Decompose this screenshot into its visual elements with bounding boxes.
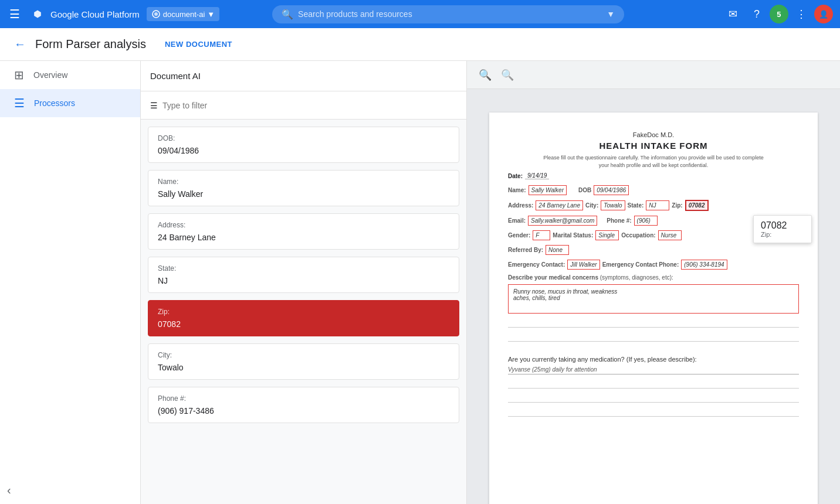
dob-label: DOB xyxy=(578,187,591,193)
mail-icon[interactable]: ✉ xyxy=(723,4,744,25)
emergency-value: Jill Walker xyxy=(567,260,599,270)
svg-point-2 xyxy=(154,12,158,16)
search-icon: 🔍 xyxy=(282,9,293,20)
sidebar-collapse-button[interactable]: ‹ xyxy=(7,483,11,497)
referred-label: Referred By: xyxy=(508,247,543,253)
city-value: Towalo xyxy=(601,200,625,210)
filter-section: ☰ xyxy=(141,91,466,120)
global-search-bar[interactable]: 🔍 ▼ xyxy=(272,5,624,23)
field-label-name: Name: xyxy=(158,178,449,186)
sidebar-item-overview[interactable]: ⊞ Overview xyxy=(0,61,140,89)
overview-icon: ⊞ xyxy=(14,68,24,82)
field-label-address: Address: xyxy=(158,221,449,229)
search-expand-icon: ▼ xyxy=(607,9,615,19)
project-selector[interactable]: document-ai ▼ xyxy=(147,7,219,21)
field-value-address: 24 Barney Lane xyxy=(158,233,449,242)
medication-question: Are you currently taking any medication?… xyxy=(508,356,799,363)
field-card-address[interactable]: Address: 24 Barney Lane xyxy=(148,213,459,250)
concerns-value: Runny nose, mucus in throat, weakness ac… xyxy=(508,284,799,314)
zoom-in-button[interactable]: 🔍 xyxy=(499,66,516,84)
zip-label: Zip: xyxy=(672,202,682,209)
user-avatar[interactable]: 👤 xyxy=(814,5,833,23)
concerns-sublabel: (symptoms, diagnoses, etc): xyxy=(600,274,673,281)
field-label-zip: Zip: xyxy=(158,308,449,316)
concerns-text: Runny nose, mucus in throat, weakness ac… xyxy=(513,288,617,301)
blank-line-5 xyxy=(508,407,799,417)
field-value-city: Towalo xyxy=(158,363,449,372)
marital-value: Single xyxy=(595,230,619,240)
filter-input[interactable] xyxy=(162,101,457,110)
concerns-section: Describe your medical concerns (symptoms… xyxy=(508,274,799,314)
referred-row: Referred By: None xyxy=(508,245,799,255)
gender-value: F xyxy=(533,230,550,240)
occupation-value: Nurse xyxy=(658,230,682,240)
name-value: Sally Walker xyxy=(529,185,567,195)
field-card-state[interactable]: State: NJ xyxy=(148,257,459,293)
date-value: 9/14/19 xyxy=(525,172,549,179)
sidebar-item-label-overview: Overview xyxy=(33,70,67,80)
email-label: Email: xyxy=(508,217,526,224)
form-subtitle: Please fill out the questionnaire carefu… xyxy=(508,154,799,169)
field-value-name: Sally Walker xyxy=(158,189,449,199)
blank-line-1 xyxy=(508,318,799,328)
sub-navigation: ← Form Parser analysis NEW DOCUMENT xyxy=(0,28,840,61)
field-card-city[interactable]: City: Towalo xyxy=(148,343,459,380)
notifications-badge[interactable]: 5 xyxy=(770,5,788,23)
occupation-label: Occupation: xyxy=(621,232,655,239)
sidebar: ⊞ Overview ☰ Processors ‹ xyxy=(0,61,141,504)
address-label: Address: xyxy=(508,202,533,209)
zoom-out-button[interactable]: 🔍 xyxy=(476,66,494,84)
name-label: Name: xyxy=(508,187,526,193)
help-icon[interactable]: ? xyxy=(746,4,767,25)
blank-line-2 xyxy=(508,332,799,342)
medication-section: Are you currently taking any medication?… xyxy=(508,356,799,417)
filter-icon: ☰ xyxy=(150,101,158,110)
city-label: City: xyxy=(585,202,598,209)
medication-answer: Vyvanse (25mg) daily for attention xyxy=(508,366,799,374)
form-title: HEALTH INTAKE FORM xyxy=(508,141,799,151)
viewer-content[interactable]: 07082 Zip: FakeDoc M.D. HEALTH INTAKE FO… xyxy=(467,89,840,504)
back-button[interactable]: ← xyxy=(14,38,26,51)
field-label-state: State: xyxy=(158,264,449,273)
gcp-logo-icon xyxy=(29,6,46,22)
project-dropdown-icon: ▼ xyxy=(207,10,215,19)
concerns-label: Describe your medical concerns (symptoms… xyxy=(508,274,799,281)
search-input[interactable] xyxy=(298,9,602,19)
emergency-row: Emergency Contact: Jill Walker Emergency… xyxy=(508,260,799,270)
address-row: Address: 24 Barney Lane City: Towalo Sta… xyxy=(508,200,799,211)
viewer-toolbar: 🔍 🔍 xyxy=(467,61,840,89)
main-layout: Document AI ☰ DOB: 09/04/1986 Name: Sall… xyxy=(141,61,840,504)
new-document-button[interactable]: NEW DOCUMENT xyxy=(165,40,232,49)
field-value-zip: 07082 xyxy=(158,319,449,329)
blank-line-4 xyxy=(508,393,799,403)
top-navigation: ☰ Google Cloud Platform document-ai ▼ 🔍 … xyxy=(0,0,840,28)
field-label-city: City: xyxy=(158,351,449,359)
state-value: NJ xyxy=(646,200,669,210)
tooltip-value: 07082 xyxy=(761,220,804,231)
hamburger-menu-icon[interactable]: ☰ xyxy=(7,5,22,23)
blank-line-3 xyxy=(508,379,799,389)
brand-label: Google Cloud Platform xyxy=(50,9,140,19)
field-value-dob: 09/04/1986 xyxy=(158,146,449,155)
field-card-zip[interactable]: Zip: 07082 xyxy=(148,300,459,336)
tooltip-label: Zip: xyxy=(761,231,804,238)
form-header: FakeDoc M.D. HEALTH INTAKE FORM Please f… xyxy=(508,131,799,169)
field-label-phone: Phone #: xyxy=(158,394,449,403)
field-card-dob[interactable]: DOB: 09/04/1986 xyxy=(148,127,459,163)
gender-label: Gender: xyxy=(508,232,530,239)
document-page: 07082 Zip: FakeDoc M.D. HEALTH INTAKE FO… xyxy=(489,113,818,504)
nav-actions: ✉ ? 5 ⋮ 👤 xyxy=(723,4,833,25)
brand-logo: Google Cloud Platform xyxy=(29,6,140,22)
more-options-icon[interactable]: ⋮ xyxy=(791,4,812,25)
field-card-phone[interactable]: Phone #: (906) 917-3486 xyxy=(148,387,459,423)
concerns-label-strong: Describe your medical concerns xyxy=(508,274,598,281)
email-value: Sally.walker@gmail.com xyxy=(528,216,597,226)
sidebar-item-label-processors: Processors xyxy=(34,98,75,108)
project-icon xyxy=(151,9,161,19)
processors-icon: ☰ xyxy=(14,96,25,110)
field-card-name[interactable]: Name: Sally Walker xyxy=(148,170,459,206)
marital-label: Marital Status: xyxy=(553,232,593,239)
page-title: Form Parser analysis xyxy=(35,38,146,51)
date-label: Date: xyxy=(508,173,523,179)
sidebar-item-processors[interactable]: ☰ Processors xyxy=(0,89,140,117)
